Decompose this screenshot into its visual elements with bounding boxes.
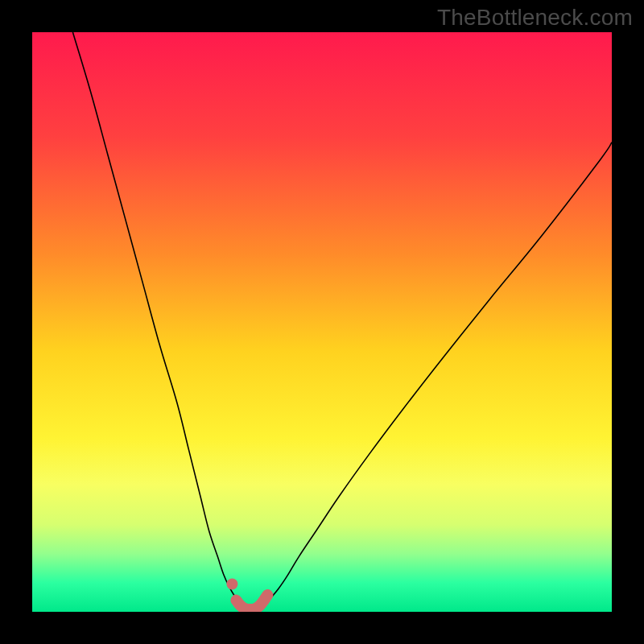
- highlight-point: [226, 578, 237, 589]
- bottleneck-curve-left: [72, 32, 241, 605]
- bottleneck-curve-right: [264, 142, 612, 606]
- plot-area: [32, 32, 612, 612]
- chart-frame: TheBottleneck.com: [0, 0, 644, 644]
- optimal-range-highlight: [236, 595, 267, 609]
- watermark-label: TheBottleneck.com: [437, 5, 633, 31]
- chart-svg: [32, 32, 612, 612]
